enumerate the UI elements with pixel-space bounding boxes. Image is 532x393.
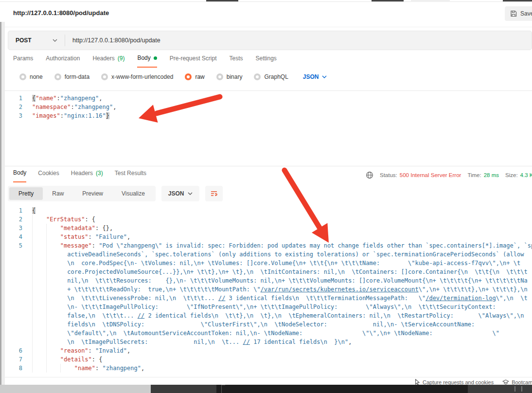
method-selector[interactable]: POST bbox=[8, 37, 65, 44]
time-field: Time: 28 ms bbox=[467, 172, 499, 178]
response-meta: Status: 500 Internal Server Error Time: … bbox=[366, 171, 532, 179]
view-tab-preview[interactable]: Preview bbox=[73, 187, 112, 200]
background-tab-remnant bbox=[372, 0, 404, 1]
body-mode-label: none bbox=[30, 73, 43, 80]
tab-pre-request-script[interactable]: Pre-request Script bbox=[170, 54, 217, 68]
response-view-bar: PrettyRawPreviewVisualize JSON bbox=[8, 186, 223, 201]
code-line: \n \t\t\tLivenessProbe: nil,\n \t\t\t...… bbox=[0, 294, 532, 303]
response-tab-headers[interactable]: Headers(3) bbox=[71, 169, 103, 182]
tab-count: (3) bbox=[96, 170, 103, 177]
tab-label: Authorization bbox=[46, 55, 80, 62]
tab-label: Body bbox=[13, 169, 26, 176]
url-bar: POST http://127.0.0.1:8080/pod/update bbox=[8, 31, 532, 50]
code-text: activeDeadlineSeconds`, `spec.toleration… bbox=[32, 250, 528, 259]
tab-label: Headers bbox=[92, 55, 114, 62]
code-text: "metadata": {}, bbox=[32, 224, 113, 232]
radio-icon bbox=[101, 73, 108, 80]
tab-headers[interactable]: Headers(9) bbox=[92, 54, 124, 68]
response-separator bbox=[0, 166, 532, 166]
tab-label: Params bbox=[13, 55, 33, 62]
code-line: \"default\",\n \tAutomountServiceAccount… bbox=[0, 329, 532, 338]
indent-guide bbox=[221, 385, 225, 393]
background-tabbar-sliver bbox=[0, 0, 532, 2]
view-tab-raw[interactable]: Raw bbox=[43, 187, 73, 200]
bootcamp-button[interactable]: Bootcamp bbox=[502, 379, 532, 385]
code-line: 8 "name": "zhangpeng", bbox=[0, 364, 532, 373]
tab-label: Cookies bbox=[38, 170, 59, 177]
wrap-text-icon bbox=[210, 190, 218, 197]
body-mode-graphql[interactable]: GraphQL bbox=[254, 73, 288, 80]
tab-authorization[interactable]: Authorization bbox=[46, 54, 80, 68]
radio-icon bbox=[54, 73, 61, 80]
chevron-down-icon bbox=[188, 192, 193, 195]
code-text: "reason": "Invalid", bbox=[32, 346, 130, 355]
code-text: \n \t\t\tLivenessProbe: nil,\n \t\t\t...… bbox=[32, 294, 528, 303]
body-mode-label: GraphQL bbox=[264, 73, 288, 80]
capture-requests-label: Capture requests and cookies bbox=[423, 379, 494, 385]
response-tab-test-results[interactable]: Test Results bbox=[115, 169, 146, 182]
size-value: 4.3 KB bbox=[520, 172, 532, 178]
tab-label: Tests bbox=[229, 55, 243, 62]
view-tab-visualize[interactable]: Visualize bbox=[112, 187, 154, 200]
code-text: nil,\n \t\t\tResources: {},\n- \t\t\tVol… bbox=[32, 276, 528, 285]
response-tabs: BodyCookiesHeaders(3)Test Results bbox=[13, 169, 146, 182]
code-text: "details": { bbox=[32, 355, 103, 364]
code-text: "namespace":"zhangpeng", bbox=[32, 103, 116, 111]
response-tab-cookies[interactable]: Cookies bbox=[38, 169, 59, 182]
code-text: "ErrStatus": { bbox=[32, 215, 95, 224]
code-text: core.ProjectedVolumeSource{...}},\n+ \t\… bbox=[32, 268, 528, 276]
body-mode-binary[interactable]: binary bbox=[216, 73, 243, 80]
body-mode-label: binary bbox=[227, 73, 243, 80]
body-mode-none[interactable]: none bbox=[19, 73, 43, 80]
wrap-text-button[interactable] bbox=[205, 186, 223, 201]
response-tab-body[interactable]: Body bbox=[13, 169, 26, 182]
save-button[interactable]: Save bbox=[505, 6, 532, 21]
request-body-editor[interactable]: 1{"name":"zhangpeng",2"namespace":"zhang… bbox=[0, 90, 532, 163]
code-line: 1{"name":"zhangpeng", bbox=[0, 94, 532, 103]
tab-label: Settings bbox=[256, 55, 277, 62]
body-mode-label: x-www-form-urlencoded bbox=[111, 73, 173, 80]
response-format-selector[interactable]: JSON bbox=[161, 186, 199, 201]
code-line: \n- \t\t\tImagePullPolicy: \"IfNotPresen… bbox=[0, 303, 532, 311]
tab-tests[interactable]: Tests bbox=[229, 54, 243, 68]
graduation-cap-icon bbox=[502, 379, 509, 385]
tab-body[interactable]: Body bbox=[137, 54, 157, 68]
method-label: POST bbox=[16, 37, 32, 44]
tab-params[interactable]: Params bbox=[13, 54, 33, 68]
code-text: "message": "Pod \"zhangpeng\" is invalid… bbox=[32, 241, 532, 250]
body-mode-form-data[interactable]: form-data bbox=[54, 73, 89, 80]
radio-icon bbox=[254, 73, 261, 80]
globe-icon bbox=[366, 171, 373, 179]
body-format-label: JSON bbox=[303, 73, 319, 80]
body-format-selector[interactable]: JSON bbox=[303, 73, 327, 80]
code-text: false,\n \t\t\t... // 2 identical fields… bbox=[32, 311, 524, 320]
code-line: fields\n \tDNSPolicy: \"ClusterFirst\",\… bbox=[0, 320, 532, 329]
unsaved-changes-dot bbox=[154, 56, 157, 60]
url-input[interactable]: http://127.0.0.1:8080/pod/update bbox=[65, 37, 160, 44]
code-text: "images":"nginx:1.16"} bbox=[32, 111, 109, 120]
body-mode-x-www-form-urlencoded[interactable]: x-www-form-urlencoded bbox=[101, 73, 173, 80]
code-line: 4 "status": "Failure", bbox=[0, 232, 532, 241]
body-mode-label: raw bbox=[195, 73, 204, 80]
body-mode-bar: noneform-datax-www-form-urlencodedrawbin… bbox=[19, 73, 327, 80]
code-line: + \t\t\t\t\tReadOnly: true,\n+ \t\t\t\t\… bbox=[0, 285, 532, 294]
code-line: 2 "ErrStatus": { bbox=[0, 215, 532, 224]
code-line: activeDeadlineSeconds`, `spec.toleration… bbox=[0, 250, 532, 259]
response-body-editor[interactable]: 1{2 "ErrStatus": {3 "metadata": {},4 "st… bbox=[0, 206, 532, 375]
bootcamp-label: Bootcamp bbox=[512, 379, 532, 385]
tab-settings[interactable]: Settings bbox=[256, 54, 277, 68]
code-text: \n core.PodSpec{\n- \tVolumes: nil,\n+ \… bbox=[32, 259, 520, 268]
background-tab-remnant bbox=[503, 0, 532, 1]
code-line: \n \tImagePullSecrets: nil,\n \t... // 1… bbox=[0, 338, 532, 346]
view-tab-pretty[interactable]: Pretty bbox=[9, 187, 43, 200]
code-text: fields\n \tDNSPolicy: \"ClusterFirst\",\… bbox=[32, 320, 475, 329]
tab-label: Pre-request Script bbox=[170, 55, 217, 62]
radio-icon bbox=[19, 73, 26, 80]
code-text: + \t\t\t\t\tReadOnly: true,\n+ \t\t\t\t\… bbox=[32, 285, 528, 294]
view-tab-group: PrettyRawPreviewVisualize bbox=[8, 186, 156, 201]
background-window-mark bbox=[514, 386, 515, 392]
body-mode-raw[interactable]: raw bbox=[185, 73, 204, 80]
code-line: false,\n \t\t\t... // 2 identical fields… bbox=[0, 311, 532, 320]
tab-label: Headers bbox=[71, 170, 93, 177]
body-mode-label: form-data bbox=[65, 73, 89, 80]
